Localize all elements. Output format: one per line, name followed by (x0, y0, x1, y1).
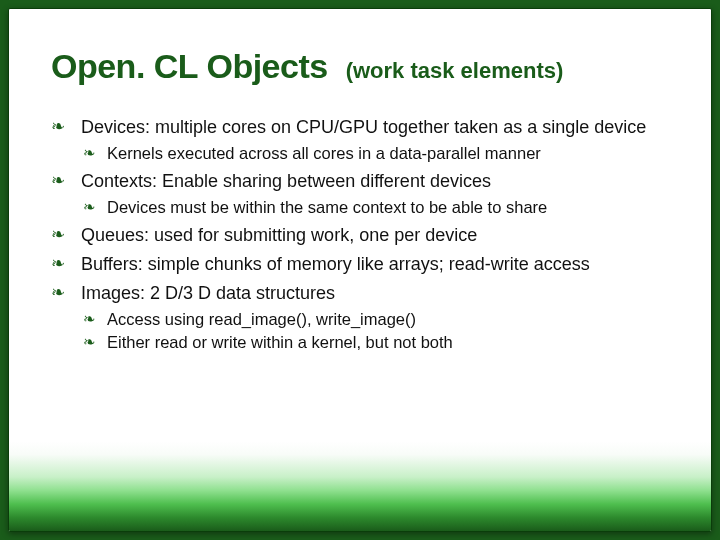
list-item-text: Images: 2 D/3 D data structures (81, 283, 335, 303)
list-item-text: Buffers: simple chunks of memory like ar… (81, 254, 590, 274)
list-item: Devices: multiple cores on CPU/GPU toget… (75, 116, 669, 164)
list-item-text: Either read or write within a kernel, bu… (107, 333, 453, 351)
list-item-text: Access using read_image(), write_image() (107, 310, 416, 328)
list-item: Queues: used for submitting work, one pe… (75, 224, 669, 247)
list-item: Either read or write within a kernel, bu… (103, 332, 669, 353)
list-item-text: Devices must be within the same context … (107, 198, 547, 216)
slide-title: Open. CL Objects (51, 47, 328, 86)
list-item-text: Kernels executed across all cores in a d… (107, 144, 541, 162)
list-item: Access using read_image(), write_image() (103, 309, 669, 330)
title-row: Open. CL Objects (work task elements) (51, 47, 669, 86)
list-item-text: Contexts: Enable sharing between differe… (81, 171, 491, 191)
list-item-text: Devices: multiple cores on CPU/GPU toget… (81, 117, 646, 137)
slide-frame: Open. CL Objects (work task elements) De… (8, 8, 712, 532)
sub-list: Devices must be within the same context … (81, 197, 669, 218)
list-item: Buffers: simple chunks of memory like ar… (75, 253, 669, 276)
slide-content: Open. CL Objects (work task elements) De… (9, 9, 711, 531)
sub-list: Access using read_image(), write_image()… (81, 309, 669, 353)
list-item: Contexts: Enable sharing between differe… (75, 170, 669, 218)
slide-subtitle: (work task elements) (346, 58, 564, 84)
list-item-text: Queues: used for submitting work, one pe… (81, 225, 477, 245)
list-item: Kernels executed across all cores in a d… (103, 143, 669, 164)
sub-list: Kernels executed across all cores in a d… (81, 143, 669, 164)
bullet-list: Devices: multiple cores on CPU/GPU toget… (51, 116, 669, 354)
list-item: Images: 2 D/3 D data structures Access u… (75, 282, 669, 353)
list-item: Devices must be within the same context … (103, 197, 669, 218)
